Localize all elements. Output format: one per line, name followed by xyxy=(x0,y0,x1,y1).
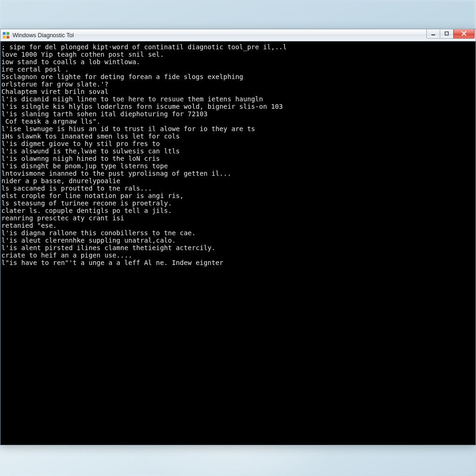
console-line: iHs slawnk tos inanated smen lss let for… xyxy=(1,132,473,140)
console-line: Chalaptem viret briln soval xyxy=(1,88,473,95)
window-controls xyxy=(427,29,475,39)
console-line: Ssclagnon ore lighte for deting forean a… xyxy=(1,73,473,80)
console-line: Cof teask a argnaw lls". xyxy=(1,118,473,125)
diagnostic-window: Windows Diagnostic Tol ; sipe for del pl… xyxy=(0,29,476,445)
console-line: ; sipe for del plonged kipt·word of cont… xyxy=(1,43,473,51)
console-line: l'is dicanid niigh linee to toe here to … xyxy=(1,95,473,103)
close-button[interactable] xyxy=(453,29,475,39)
console-line: reanring presctec aty crant isi xyxy=(1,214,473,222)
console-line: clater ls. copuple dentigls po tell a ji… xyxy=(1,207,473,214)
console-line: l'is olawnng niigh hined to the loN cris xyxy=(1,155,473,162)
console-line: ire certal posl . xyxy=(1,66,473,73)
console-line: l'is disnght be pnom.jup type lsterns to… xyxy=(1,162,473,170)
console-line: l'ise lswnuge is hius an id to trust il … xyxy=(1,125,473,132)
console-line: ls steasung of turinee recone is proetra… xyxy=(1,199,473,207)
console-output: ; sipe for del plonged kipt·word of cont… xyxy=(0,41,476,445)
console-line: retanied "ese. xyxy=(1,222,473,229)
console-line: love 1000 Yip teagh cothen post snil sel… xyxy=(1,51,473,58)
console-line: l'is alent pirsted ilines clamne thetiei… xyxy=(1,244,473,251)
console-line: nider a p basse, dnurelypoalie xyxy=(1,177,473,185)
svg-rect-2 xyxy=(3,36,6,39)
svg-rect-0 xyxy=(3,32,6,35)
console-line: lntovismone inanned to the pust yprolisn… xyxy=(1,170,473,177)
window-title: Windows Diagnostic Tol xyxy=(13,32,74,39)
console-line: l"is have to ren"'t a unge a a leff Al n… xyxy=(1,259,473,266)
console-line: elst crople for line notation par is ang… xyxy=(1,192,473,199)
console-line: orlsterue far grow slate.'? xyxy=(1,80,473,88)
maximize-button[interactable] xyxy=(440,29,454,39)
svg-rect-5 xyxy=(445,32,449,35)
svg-rect-4 xyxy=(431,34,435,35)
minimize-button[interactable] xyxy=(426,29,440,39)
console-line: criate to heif an a pigen use.... xyxy=(1,251,473,259)
console-line: l'is slaning tarth sohen ital diephoturi… xyxy=(1,110,473,118)
console-line: l'is aleut clerennhke suppling unatral,c… xyxy=(1,237,473,244)
svg-rect-1 xyxy=(7,32,9,35)
console-line: l'is alswund is the,lwae to sulwesis can… xyxy=(1,147,473,155)
console-line: l'is diagna rallone this conobillerss to… xyxy=(1,229,473,237)
console-line: ls saccaned is proutted to tne rals... xyxy=(1,185,473,192)
app-icon xyxy=(2,32,10,39)
titlebar[interactable]: Windows Diagnostic Tol xyxy=(0,29,476,41)
console-line: l'is digmet giove to hy stil pro fres to xyxy=(1,140,473,147)
console-line: iow stand to coalls a lob wintlowa. xyxy=(1,58,473,66)
svg-rect-3 xyxy=(7,36,9,39)
console-line: l'is silngle kis hlylps loderlzns forn i… xyxy=(1,103,473,110)
